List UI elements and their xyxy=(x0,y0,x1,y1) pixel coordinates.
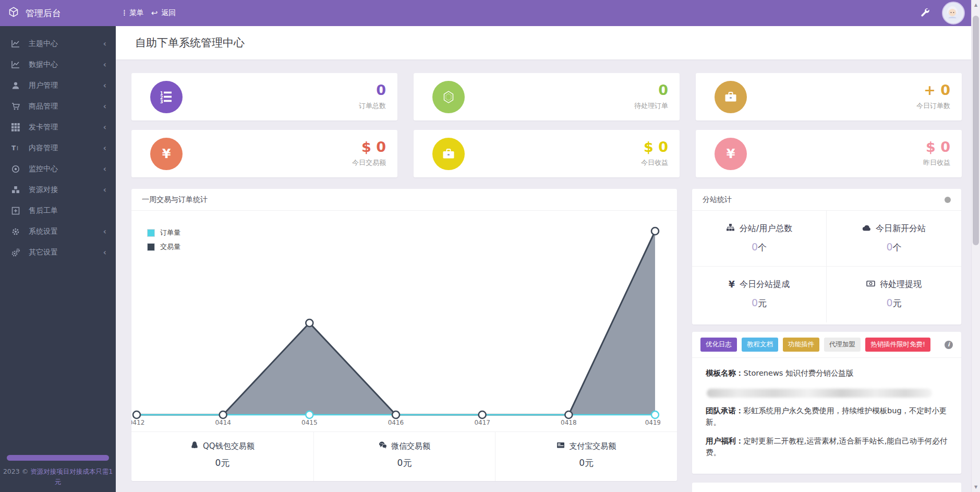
wechat-icon xyxy=(379,441,387,451)
vertical-dots-icon: ⁞ xyxy=(123,9,126,17)
user-avatar[interactable] xyxy=(942,2,965,25)
legend-item-1[interactable]: 交易量 xyxy=(147,242,180,251)
yen-icon: ¥ xyxy=(715,138,747,170)
stat-card-5: ¥$ 0昨日收益 xyxy=(696,130,962,177)
sidebar-item-card-management[interactable]: 发卡管理‹ xyxy=(0,117,116,138)
chevron-left-icon: ‹ xyxy=(103,81,106,90)
tab-tutorial-docs[interactable]: 教程文档 xyxy=(742,338,778,352)
sidebar-item-label: 监控中心 xyxy=(29,164,58,174)
stat-info: 0待处理订单 xyxy=(634,83,680,111)
svg-text:3: 3 xyxy=(160,100,163,104)
tab-feature-plugins[interactable]: 功能插件 xyxy=(783,338,819,352)
legend-swatch-icon xyxy=(147,243,155,251)
briefcase-icon xyxy=(432,138,465,170)
substation-cell-header: 今日新开分站 xyxy=(827,223,961,234)
page-header: 自助下单系统管理中心 xyxy=(116,26,971,59)
payment-label: QQ钱包交易额 xyxy=(203,441,255,451)
chart-plot: 0412041404150416041704180419 订单量交易量 xyxy=(131,211,677,431)
payment-line: QQ钱包交易额 xyxy=(131,441,313,451)
legend-item-0[interactable]: 订单量 xyxy=(147,228,180,237)
sidebar-item-theme-center[interactable]: 主题中心‹ xyxy=(0,33,116,54)
substation-unit: 个 xyxy=(893,242,902,253)
wrench-icon[interactable] xyxy=(920,7,929,19)
stat-card-3: ¥$ 0今日交易额 xyxy=(131,130,397,177)
footer-link[interactable]: 资源对接项目对接成本只需1元 xyxy=(30,467,113,485)
chart-title: 一周交易与订单统计 xyxy=(142,195,208,205)
stat-card-1: 0待处理订单 xyxy=(414,73,680,121)
page-title: 自助下单系统管理中心 xyxy=(135,35,245,50)
stat-value: $ 0 xyxy=(641,140,668,154)
scroll-down-icon[interactable]: ▼ xyxy=(972,485,980,489)
brand[interactable]: 管理后台 xyxy=(0,7,116,19)
plus-square-icon xyxy=(11,207,21,215)
promo-text-line: 团队承诺：彩虹系统用户永久免费使用，持续维护模板bug，不定时小更新。 xyxy=(706,405,948,428)
line-chart-icon xyxy=(11,61,21,69)
user-icon xyxy=(11,81,21,90)
substation-label: 今日分站提成 xyxy=(740,279,790,290)
sidebar-item-label: 其它设置 xyxy=(29,248,58,257)
stat-card-4: $ 0今日收益 xyxy=(414,130,680,177)
weekly-chart-card: 一周交易与订单统计 0412041404150416041704180419 订… xyxy=(131,189,677,481)
substation-value: 0元 xyxy=(692,297,826,309)
scrollbar[interactable]: ▲ ▼ xyxy=(971,0,980,492)
sidebar-item-data-center[interactable]: 数据中心‹ xyxy=(0,54,116,75)
info-icon[interactable]: i xyxy=(945,341,953,349)
stat-info: $ 0今日交易额 xyxy=(352,140,397,167)
payment-value: 0元 xyxy=(314,457,495,469)
gem-icon xyxy=(432,81,465,113)
substation-cell-0: 分站/用户总数0个 xyxy=(692,211,827,267)
gear-icon xyxy=(11,227,21,236)
sidebar-item-product-management[interactable]: 商品管理‹ xyxy=(0,96,116,117)
payment-line: 支付宝交易额 xyxy=(495,441,677,451)
menu-button[interactable]: ⁞ 菜单 xyxy=(123,8,144,18)
topbar: 管理后台 ⁞ 菜单 ↩ 返回 xyxy=(0,0,971,26)
sidebar-item-label: 系统设置 xyxy=(29,227,58,236)
substation-number: 0 xyxy=(886,241,892,253)
blurred-text-bar xyxy=(707,389,932,398)
substation-number: 0 xyxy=(752,241,758,253)
briefcase-icon xyxy=(715,81,747,113)
scrollbar-thumb[interactable] xyxy=(973,16,979,245)
substation-label: 分站/用户总数 xyxy=(740,223,792,234)
tab-optimize-log[interactable]: 优化日志 xyxy=(700,338,737,352)
svg-text:0415: 0415 xyxy=(301,419,318,426)
back-arrow-icon: ↩ xyxy=(151,9,158,17)
credit-card-icon xyxy=(556,441,565,451)
back-button[interactable]: ↩ 返回 xyxy=(151,8,176,18)
money-bill-icon xyxy=(866,279,875,290)
tab-hot-plugins-free[interactable]: 热销插件限时免费! xyxy=(865,338,930,352)
sidebar-item-system-settings[interactable]: 系统设置‹ xyxy=(0,221,116,242)
substation-header: 分站统计 xyxy=(692,189,961,211)
payment-col-2: 支付宝交易额0元 xyxy=(495,432,677,481)
sidebar-item-content-management[interactable]: TI内容管理‹ xyxy=(0,138,116,159)
stat-label: 今日收益 xyxy=(641,158,668,167)
scroll-up-icon[interactable]: ▲ xyxy=(972,3,980,7)
stat-label: 今日订单数 xyxy=(916,101,950,111)
partial-card xyxy=(692,483,961,492)
yen-icon: ¥ xyxy=(150,138,183,170)
sidebar-item-label: 发卡管理 xyxy=(29,123,58,132)
chevron-left-icon: ‹ xyxy=(103,60,106,69)
stat-info: $ 0昨日收益 xyxy=(923,140,962,167)
sidebar-item-user-management[interactable]: 用户管理‹ xyxy=(0,75,116,96)
yen-text-icon: ¥ xyxy=(729,280,735,290)
grid-icon xyxy=(11,123,21,131)
gears-icon xyxy=(11,248,21,257)
promo-text-line: 用户福利：定时更新二开教程,运营素材,适合新手站长,能自己动手何必付费。 xyxy=(706,436,948,459)
sidebar-item-other-settings[interactable]: 其它设置‹ xyxy=(0,242,116,263)
promo-line-label: 团队承诺： xyxy=(706,406,744,415)
substation-value: 0元 xyxy=(827,297,961,309)
chevron-left-icon: ‹ xyxy=(103,123,106,132)
sidebar-item-monitor-center[interactable]: 监控中心‹ xyxy=(0,159,116,179)
tab-agent-join[interactable]: 代理加盟 xyxy=(824,338,861,352)
sidebar-item-resource-docking[interactable]: 资源对接‹ xyxy=(0,179,116,200)
promo-line-label: 模板名称： xyxy=(706,369,744,377)
sidebar-nav: 主题中心‹数据中心‹用户管理‹商品管理‹发卡管理‹TI内容管理‹监控中心‹资源对… xyxy=(0,26,116,263)
svg-text:0418: 0418 xyxy=(561,419,577,426)
sidebar-item-aftersale-ticket[interactable]: 售后工单 xyxy=(0,200,116,221)
sidebar-footer-bar xyxy=(7,455,109,461)
promo-text-line: 模板名称：Storenews 知识付费分销公益版 xyxy=(706,368,948,379)
substation-value: 0个 xyxy=(692,241,826,254)
sidebar-item-label: 资源对接 xyxy=(29,185,58,195)
stat-info: 0订单总数 xyxy=(359,83,397,111)
